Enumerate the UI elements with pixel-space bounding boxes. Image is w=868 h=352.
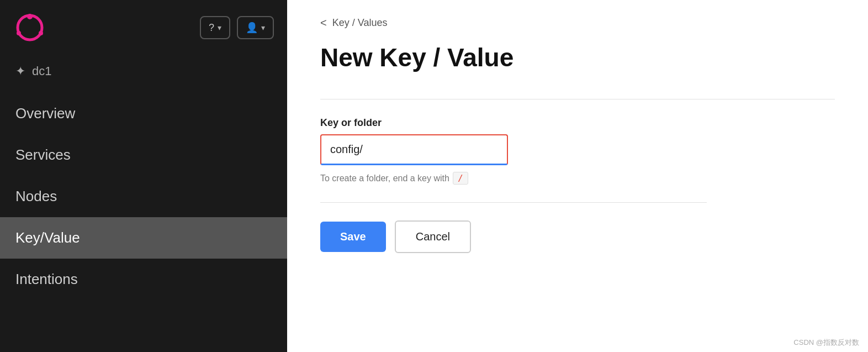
breadcrumb[interactable]: < Key / Values: [320, 17, 835, 29]
svg-point-2: [17, 31, 21, 35]
user-button[interactable]: 👤 ▾: [237, 16, 274, 39]
user-icon: 👤: [246, 22, 258, 34]
help-chevron-icon: ▾: [218, 23, 221, 32]
key-form-group: Key or folder To create a folder, end a …: [320, 117, 707, 185]
form-hint: To create a folder, end a key with /: [320, 172, 707, 185]
divider-bottom: [320, 202, 707, 203]
sidebar: ? ▾ 👤 ▾ ✦ dc1 Overview Services Nodes Ke…: [0, 0, 287, 352]
hint-code: /: [453, 172, 468, 185]
key-input[interactable]: [320, 134, 508, 165]
sidebar-nav: Overview Services Nodes Key/Value Intent…: [0, 93, 287, 300]
sidebar-header: ? ▾ 👤 ▾: [0, 0, 287, 55]
datacenter-icon: ✦: [15, 64, 25, 78]
help-icon: ?: [209, 22, 214, 34]
divider-top: [320, 99, 835, 99]
sidebar-item-overview[interactable]: Overview: [0, 93, 287, 134]
logo: [13, 11, 46, 44]
page-title: New Key / Value: [320, 43, 835, 72]
main-content: < Key / Values New Key / Value Key or fo…: [287, 0, 868, 352]
sidebar-item-services[interactable]: Services: [0, 134, 287, 176]
svg-point-1: [27, 14, 33, 19]
back-arrow-icon: <: [320, 17, 327, 29]
cancel-button[interactable]: Cancel: [395, 220, 471, 253]
header-controls: ? ▾ 👤 ▾: [200, 16, 274, 39]
sidebar-item-intentions[interactable]: Intentions: [0, 259, 287, 300]
save-button[interactable]: Save: [320, 222, 386, 252]
datacenter-row: ✦ dc1: [0, 55, 287, 87]
hint-text: To create a folder, end a key with: [320, 174, 449, 183]
key-label: Key or folder: [320, 117, 707, 129]
action-buttons: Save Cancel: [320, 220, 835, 253]
user-chevron-icon: ▾: [261, 23, 265, 32]
help-button[interactable]: ? ▾: [200, 16, 230, 39]
svg-point-3: [39, 31, 43, 35]
breadcrumb-label: Key / Values: [332, 17, 388, 29]
sidebar-item-key-value[interactable]: Key/Value: [0, 217, 287, 259]
sidebar-item-nodes[interactable]: Nodes: [0, 176, 287, 217]
datacenter-label: dc1: [32, 64, 51, 78]
